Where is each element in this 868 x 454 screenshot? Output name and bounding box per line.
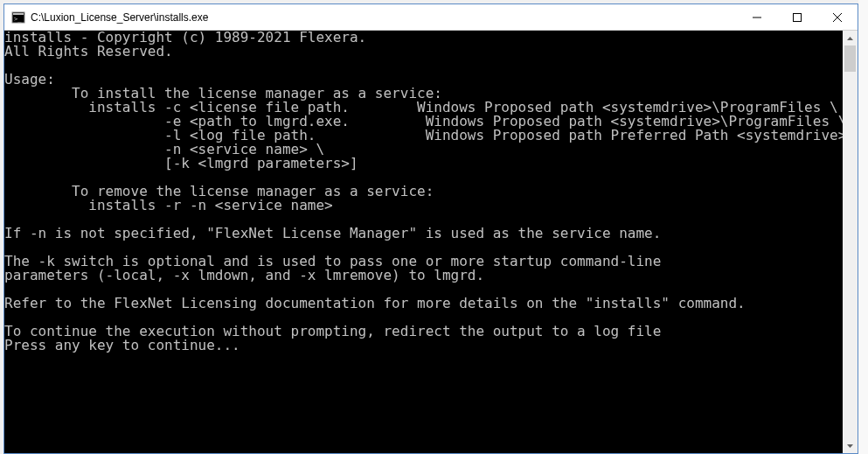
background-app-sliver <box>858 0 868 454</box>
close-button[interactable] <box>817 4 858 30</box>
console-app-icon: >_ <box>11 10 25 24</box>
window-controls <box>737 4 858 30</box>
minimize-button[interactable] <box>737 4 777 30</box>
scroll-up-button[interactable] <box>843 31 858 45</box>
titlebar[interactable]: >_ C:\Luxion_License_Server\installs.exe <box>4 4 858 31</box>
scroll-track[interactable] <box>843 45 858 438</box>
scroll-thumb[interactable] <box>844 45 856 72</box>
vertical-scrollbar[interactable] <box>843 31 858 453</box>
client-area: installs - Copyright (c) 1989-2021 Flexe… <box>4 31 858 453</box>
console-window: >_ C:\Luxion_License_Server\installs.exe… <box>3 3 858 454</box>
svg-rect-4 <box>794 13 802 21</box>
console-output[interactable]: installs - Copyright (c) 1989-2021 Flexe… <box>4 31 843 453</box>
svg-text:>_: >_ <box>14 16 22 23</box>
svg-rect-1 <box>13 13 24 15</box>
maximize-button[interactable] <box>777 4 817 30</box>
scroll-down-button[interactable] <box>843 438 858 453</box>
svg-marker-8 <box>847 444 853 448</box>
window-title: C:\Luxion_License_Server\installs.exe <box>31 11 737 24</box>
svg-marker-7 <box>847 37 853 40</box>
